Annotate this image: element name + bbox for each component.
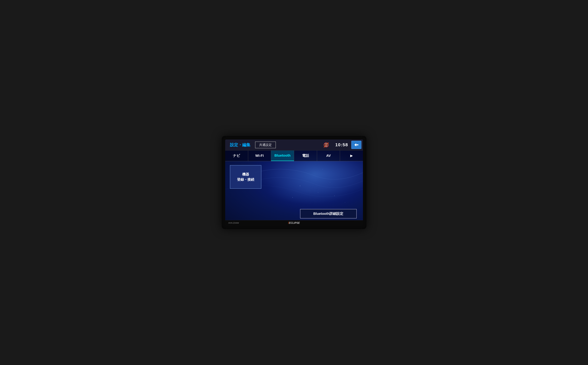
device-register-button[interactable]: 機器 登録・接続: [230, 165, 261, 189]
tab-bar: ナビ Wi-Fi Bluetooth 電話 AV ▶: [225, 150, 363, 161]
tab-av[interactable]: AV: [317, 150, 340, 161]
tab-bluetooth[interactable]: Bluetooth: [271, 150, 294, 161]
brand-logo: /ECLIPSE: [288, 221, 300, 225]
phone-crossed-icon: 📵: [323, 142, 329, 147]
tab-wifi[interactable]: Wi-Fi: [248, 150, 271, 161]
clock-display: 10:58: [335, 142, 348, 147]
tab-navi[interactable]: ナビ: [225, 150, 248, 161]
common-settings-tab[interactable]: 共通設定: [255, 141, 276, 148]
header-bar: 設定・編集 共通設定 📵 10:58: [225, 140, 363, 150]
tab-more-button[interactable]: ▶: [340, 150, 363, 161]
bluetooth-detail-button[interactable]: Bluetooth詳細設定: [300, 209, 357, 218]
back-arrow-icon: [354, 143, 359, 147]
model-number: AVN-Z04iW: [228, 222, 239, 224]
screen: 設定・編集 共通設定 📵 10:58 ナビ Wi: [225, 140, 363, 226]
screen-layout: 設定・編集 共通設定 📵 10:58 ナビ Wi: [225, 140, 363, 226]
back-button[interactable]: [351, 141, 361, 149]
page-title: 設定・編集: [227, 142, 253, 148]
footer-bar: AVN-Z04iW /ECLIPSE: [225, 220, 363, 225]
svg-marker-9: [354, 143, 358, 146]
tab-phone[interactable]: 電話: [294, 150, 317, 161]
main-content: 機器 登録・接続 Bluetooth詳細設定: [225, 161, 363, 226]
phone-status-icon: 📵: [323, 142, 329, 147]
device-frame: 設定・編集 共通設定 📵 10:58 ナビ Wi: [222, 136, 366, 229]
